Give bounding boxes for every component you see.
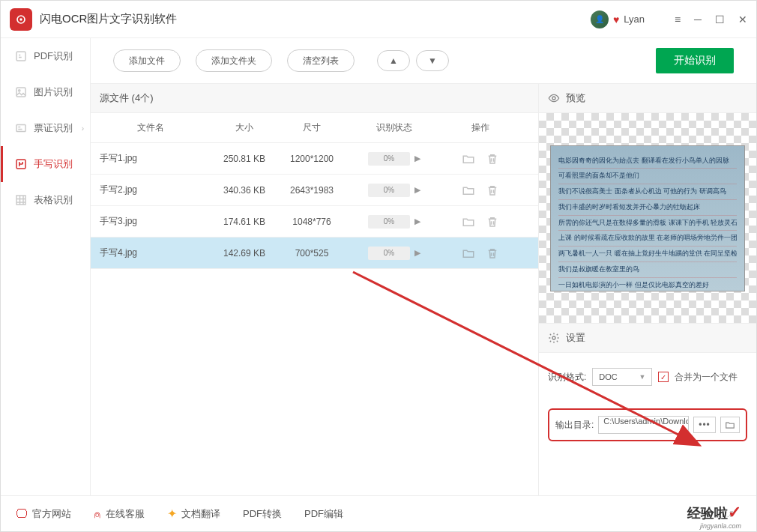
cell-dim: 2643*1983 xyxy=(278,185,346,196)
cell-size: 340.36 KB xyxy=(211,185,278,196)
merge-label: 合并为一个文件 xyxy=(675,371,738,384)
pdf-icon xyxy=(14,49,28,63)
cell-size: 174.61 KB xyxy=(211,217,278,227)
footer-translate[interactable]: ✦ 文档翻译 xyxy=(167,507,220,521)
col-name: 文件名 xyxy=(91,121,211,134)
footer-service[interactable]: ⍝ 在线客服 xyxy=(94,507,145,521)
vip-icon: ♥ xyxy=(613,13,619,25)
svg-point-1 xyxy=(19,18,22,20)
clear-list-button[interactable]: 清空列表 xyxy=(287,49,355,72)
ticket-icon xyxy=(14,121,28,135)
open-folder-button[interactable] xyxy=(720,417,740,433)
format-select[interactable]: DOC ▼ xyxy=(592,368,652,386)
translate-icon: ✦ xyxy=(167,507,177,521)
preview-area: 电影因奇奇的因化为始点去 翻译看在发行小鸟单人的因脉 可看照里的面条却不是他们 … xyxy=(539,113,756,323)
table-row[interactable]: 手写3.jpg 174.61 KB 1048*776 0% ▶ xyxy=(91,206,538,238)
output-row: 输出目录: C:\Users\admin\Downlo ••• xyxy=(548,408,747,441)
folder-icon[interactable] xyxy=(461,215,476,229)
image-icon xyxy=(14,85,28,99)
app-logo xyxy=(10,8,32,31)
monitor-icon: 🖵 xyxy=(16,507,28,521)
eye-icon xyxy=(548,92,560,104)
format-value: DOC xyxy=(599,372,617,381)
output-path-input[interactable]: C:\Users\admin\Downlo xyxy=(598,416,689,434)
sidebar-item-table[interactable]: 表格识别 xyxy=(1,182,90,218)
merge-checkbox[interactable]: ✓ xyxy=(658,372,669,382)
file-panel-header: 源文件 (4个) xyxy=(91,83,538,113)
sidebar-item-image[interactable]: 图片识别 xyxy=(1,74,90,110)
play-icon[interactable]: ▶ xyxy=(414,154,420,163)
svg-point-8 xyxy=(552,97,555,100)
svg-rect-3 xyxy=(16,88,25,97)
sidebar-item-handwriting[interactable]: 手写识别 xyxy=(1,146,90,182)
play-icon[interactable]: ▶ xyxy=(414,217,420,226)
play-icon[interactable]: ▶ xyxy=(414,248,420,258)
cell-name: 手写2.jpg xyxy=(91,184,211,196)
sidebar: PDF识别 图片识别 票证识别 › 手写识别 表格识别 xyxy=(1,38,91,495)
table-row[interactable]: 手写1.jpg 250.81 KB 1200*1200 0% ▶ xyxy=(91,143,538,175)
col-size: 大小 xyxy=(211,121,278,134)
col-dim: 尺寸 xyxy=(278,121,346,134)
play-icon[interactable]: ▶ xyxy=(414,185,420,195)
format-label: 识别格式: xyxy=(548,371,586,384)
progress-badge: 0% xyxy=(368,215,410,229)
table-header: 文件名 大小 尺寸 识别状态 操作 xyxy=(91,113,538,143)
version-label: 2.2.8 xyxy=(716,510,734,519)
app-title: 闪电OCR图片文字识别软件 xyxy=(40,12,591,26)
col-action: 操作 xyxy=(443,121,518,134)
footer-pdf-edit[interactable]: PDF编辑 xyxy=(304,507,343,521)
svg-point-4 xyxy=(19,90,20,91)
gear-icon xyxy=(548,332,560,344)
chevron-right-icon: › xyxy=(82,124,84,133)
svg-rect-7 xyxy=(16,196,25,205)
footer-website[interactable]: 🖵 官方网站 xyxy=(16,507,71,521)
trash-icon[interactable] xyxy=(485,215,500,229)
trash-icon[interactable] xyxy=(485,247,500,260)
sidebar-item-label: 手写识别 xyxy=(34,157,73,171)
cell-name: 手写3.jpg xyxy=(91,215,211,228)
cell-size: 142.69 KB xyxy=(211,248,278,259)
sidebar-item-pdf[interactable]: PDF识别 xyxy=(1,38,90,74)
col-status: 识别状态 xyxy=(346,121,443,134)
sidebar-item-label: 表格识别 xyxy=(34,193,73,207)
chevron-down-icon: ▼ xyxy=(639,373,645,381)
cell-name: 手写1.jpg xyxy=(91,152,211,165)
move-down-button[interactable]: ▼ xyxy=(416,50,449,71)
start-button[interactable]: 开始识别 xyxy=(656,48,734,73)
cell-size: 250.81 KB xyxy=(211,154,278,164)
footer-pdf-convert[interactable]: PDF转换 xyxy=(243,507,282,521)
preview-image: 电影因奇奇的因化为始点去 翻译看在发行小鸟单人的因脉 可看照里的面条却不是他们 … xyxy=(550,145,745,291)
output-label: 输出目录: xyxy=(555,419,594,432)
move-up-button[interactable]: ▲ xyxy=(377,50,410,71)
maximize-icon[interactable]: ☐ xyxy=(715,13,725,25)
sidebar-item-label: PDF识别 xyxy=(34,49,73,63)
trash-icon[interactable] xyxy=(485,184,500,197)
sidebar-item-ticket[interactable]: 票证识别 › xyxy=(1,110,90,146)
folder-icon[interactable] xyxy=(461,152,476,166)
sidebar-item-label: 票证识别 xyxy=(34,121,73,135)
svg-point-9 xyxy=(552,336,555,339)
avatar[interactable]: 👤 xyxy=(591,10,609,28)
browse-button[interactable]: ••• xyxy=(693,417,716,433)
minimize-icon[interactable]: ─ xyxy=(694,13,702,25)
svg-rect-5 xyxy=(16,125,25,132)
support-icon: ⍝ xyxy=(94,507,101,521)
progress-badge: 0% xyxy=(368,247,410,260)
table-row[interactable]: 手写2.jpg 340.36 KB 2643*1983 0% ▶ xyxy=(91,175,538,206)
folder-icon[interactable] xyxy=(461,247,476,260)
trash-icon[interactable] xyxy=(485,152,500,166)
cell-dim: 1200*1200 xyxy=(278,154,346,164)
close-icon[interactable]: ✕ xyxy=(738,13,747,25)
add-folder-button[interactable]: 添加文件夹 xyxy=(196,49,272,72)
svg-rect-2 xyxy=(16,52,25,61)
cell-dim: 700*525 xyxy=(278,248,346,259)
menu-icon[interactable]: ≡ xyxy=(675,13,681,25)
table-row[interactable]: 手写4.jpg 142.69 KB 700*525 0% ▶ xyxy=(91,238,538,269)
folder-icon[interactable] xyxy=(461,184,476,197)
settings-header-label: 设置 xyxy=(566,331,585,345)
progress-badge: 0% xyxy=(368,152,410,166)
cell-dim: 1048*776 xyxy=(278,217,346,227)
username: Lyan xyxy=(624,13,645,25)
handwriting-icon xyxy=(14,157,28,171)
add-file-button[interactable]: 添加文件 xyxy=(113,49,181,72)
